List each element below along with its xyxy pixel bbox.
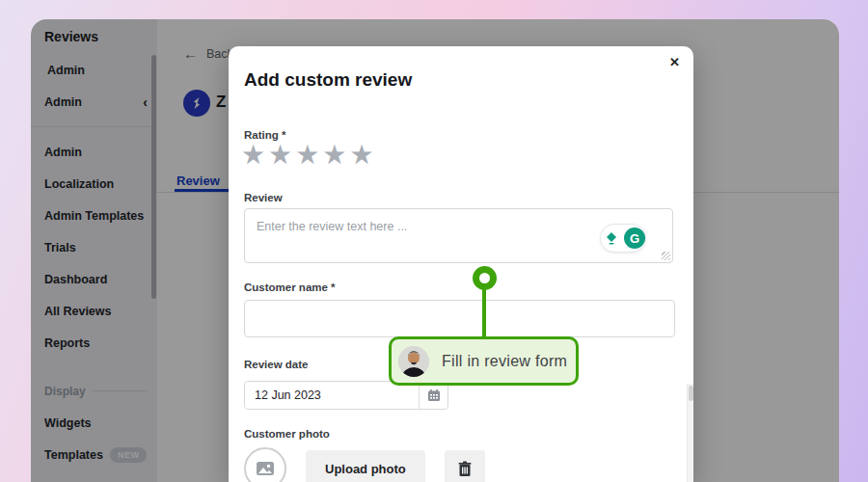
upload-photo-button[interactable]: Upload photo: [306, 450, 425, 482]
review-label: Review: [244, 192, 283, 203]
review-date-field: [244, 381, 448, 410]
textarea-resize-handle[interactable]: [662, 252, 670, 260]
grammarly-suggestion-icon[interactable]: [601, 228, 622, 249]
review-date-input[interactable]: [245, 382, 419, 409]
delete-photo-button[interactable]: [445, 450, 485, 482]
app-window: Reviews Admin Admin ‹ Admin Localization…: [31, 19, 839, 482]
modal-scrollbar-thumb[interactable]: [689, 386, 693, 401]
modal-scrollbar[interactable]: [687, 384, 693, 482]
image-placeholder-icon: [256, 459, 275, 478]
calendar-button[interactable]: [419, 382, 448, 409]
grammarly-icon[interactable]: G: [624, 228, 645, 249]
close-icon[interactable]: ✕: [664, 50, 686, 74]
review-date-label: Review date: [244, 359, 308, 370]
customer-name-input[interactable]: [244, 300, 675, 337]
photo-preview-circle: [244, 447, 286, 482]
trash-icon: [457, 461, 473, 477]
review-textarea-wrap: G: [244, 208, 673, 263]
grammarly-widget: G: [600, 224, 646, 253]
customer-photo-label: Customer photo: [244, 428, 330, 440]
add-custom-review-modal: ✕ Add custom review Rating * ★★★★★ Revie…: [229, 46, 693, 482]
star-rating-input[interactable]: ★★★★★: [241, 141, 377, 171]
modal-title: Add custom review: [244, 69, 412, 91]
calendar-icon: [427, 388, 441, 402]
customer-photo-row: Upload photo: [244, 447, 485, 482]
customer-name-label: Customer name *: [244, 281, 336, 293]
